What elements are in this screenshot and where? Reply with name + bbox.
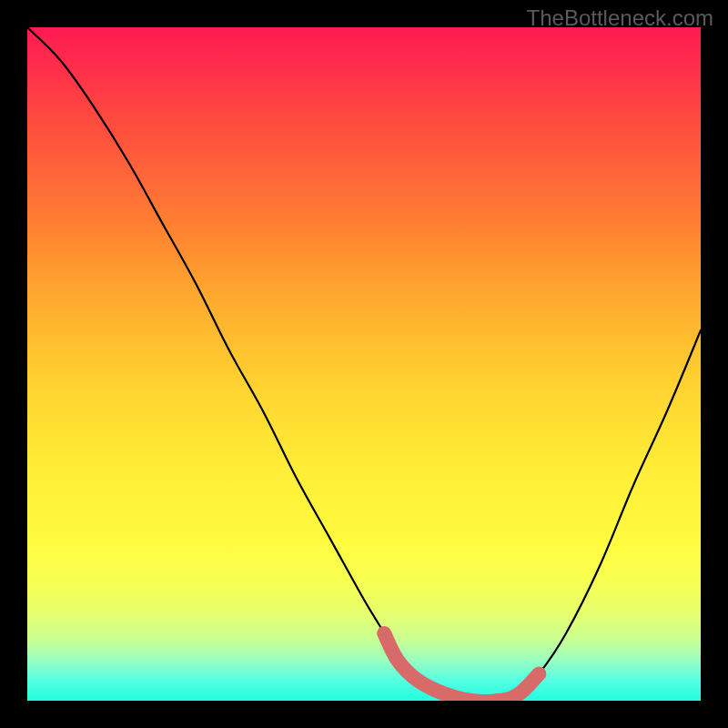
bottleneck-curve-path bbox=[27, 27, 701, 701]
curve-layer bbox=[27, 27, 701, 701]
watermark-text: TheBottleneck.com bbox=[527, 5, 713, 31]
plot-area bbox=[27, 27, 701, 701]
highlight-segment-path bbox=[384, 633, 539, 701]
